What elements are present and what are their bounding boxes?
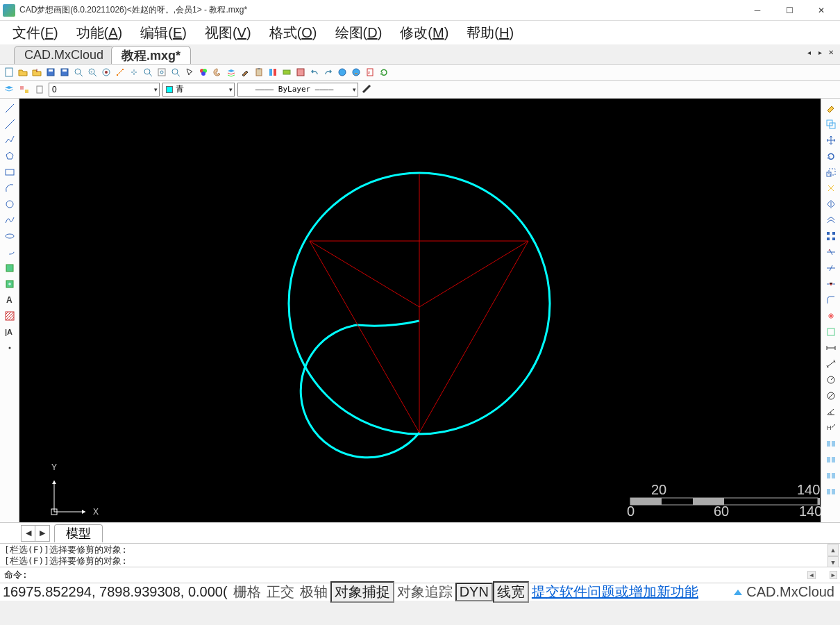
saveas-icon[interactable] (58, 66, 71, 78)
arc-icon[interactable] (2, 181, 17, 195)
tab-nav-left-icon[interactable]: ◂ (804, 47, 814, 57)
make-block-icon[interactable] (2, 277, 17, 291)
measure-icon[interactable] (114, 66, 126, 78)
menu-format[interactable]: 格式(O) (262, 22, 324, 44)
status-polar[interactable]: 极轴 (297, 583, 330, 601)
menu-view[interactable]: 视图(V) (198, 22, 258, 44)
menu-function[interactable]: 功能(A) (69, 22, 130, 44)
mirror-icon[interactable] (823, 197, 839, 211)
select-icon[interactable] (183, 66, 196, 78)
web-icon[interactable] (336, 66, 348, 78)
properties-icon[interactable] (267, 66, 279, 78)
status-lineweight[interactable]: 线宽 (493, 581, 529, 603)
feedback-link[interactable]: 提交软件问题或增加新功能 (529, 583, 701, 601)
menu-draw[interactable]: 绘图(D) (328, 22, 389, 44)
brush-icon[interactable] (239, 66, 251, 78)
block-icon[interactable] (294, 66, 307, 78)
status-osnap[interactable]: 对象捕捉 (330, 581, 394, 603)
zoom-extents-icon[interactable] (100, 66, 112, 78)
ellipse-arc-icon[interactable] (2, 245, 17, 259)
dim-aligned-icon[interactable] (823, 357, 839, 371)
copy-icon[interactable] (823, 117, 839, 131)
tab-nav-right-icon[interactable]: ▸ (815, 47, 825, 57)
layers-icon[interactable] (225, 66, 237, 78)
group4-icon[interactable] (823, 485, 839, 499)
paste-icon[interactable] (253, 66, 265, 78)
layer-dropdown[interactable]: 0 (49, 83, 160, 97)
linetype-dropdown[interactable]: ———— ByLayer ———— (237, 83, 358, 97)
tab-close-icon[interactable]: ✕ (826, 47, 836, 57)
group3-icon[interactable] (823, 469, 839, 483)
drawing-canvas[interactable]: X Y 20 140 0 60 140 (19, 99, 821, 522)
cmd-scroll-down-icon[interactable]: ▼ (828, 556, 839, 567)
status-ortho[interactable]: 正交 (264, 583, 297, 601)
refresh-icon[interactable] (378, 66, 390, 78)
group2-icon[interactable] (823, 453, 839, 467)
color-dropdown[interactable]: 青 (162, 83, 235, 97)
mtext-icon[interactable]: |A (2, 325, 17, 339)
menu-modify[interactable]: 修改(M) (393, 22, 455, 44)
circle-icon[interactable] (2, 197, 17, 211)
polygon-icon[interactable] (2, 149, 17, 163)
pdf-icon[interactable]: P (364, 66, 376, 78)
zoom-window-icon[interactable] (72, 66, 85, 78)
import-icon[interactable] (31, 66, 43, 78)
stretch-icon[interactable] (823, 181, 839, 195)
cmd-scroll-up-icon[interactable]: ▲ (828, 544, 839, 556)
hatch-icon[interactable] (2, 309, 17, 323)
undo-icon[interactable] (308, 66, 321, 78)
color-icon[interactable] (197, 66, 210, 78)
zoom-prev-icon[interactable] (169, 66, 182, 78)
layer-states-icon[interactable] (18, 83, 31, 96)
minimize-button[interactable]: ─ (741, 0, 773, 21)
erase-icon[interactable] (823, 101, 839, 115)
extend-icon[interactable] (823, 261, 839, 275)
xline-icon[interactable] (2, 117, 17, 131)
doc-tab-active[interactable]: 教程.mxg* (111, 46, 191, 64)
dim-radius-icon[interactable] (823, 373, 839, 387)
menu-file[interactable]: 文件(F) (6, 22, 65, 44)
ellipse-icon[interactable] (2, 229, 17, 243)
cmd-hscroll-left-icon[interactable]: ◀ (807, 571, 815, 579)
zoom-in-icon[interactable]: + (86, 66, 99, 78)
group1-icon[interactable] (823, 437, 839, 451)
save-icon[interactable] (44, 66, 57, 78)
status-dyn[interactable]: DYN (455, 583, 493, 601)
command-input[interactable] (28, 570, 836, 581)
trim-icon[interactable] (823, 245, 839, 259)
cloud-icon[interactable] (350, 66, 362, 78)
dim-angular-icon[interactable] (823, 405, 839, 419)
palette-icon[interactable] (211, 66, 224, 78)
text-icon[interactable]: A (2, 293, 17, 307)
array-icon[interactable] (823, 229, 839, 243)
menu-edit[interactable]: 编辑(E) (133, 22, 194, 44)
tab-nav-next-icon[interactable]: ▶ (35, 526, 49, 541)
offset-icon[interactable] (823, 213, 839, 227)
point-icon[interactable] (2, 341, 17, 355)
status-grid[interactable]: 栅格 (230, 583, 264, 601)
open-icon[interactable] (17, 66, 29, 78)
tab-nav-prev-icon[interactable]: ◀ (22, 526, 35, 541)
dim-diameter-icon[interactable] (823, 389, 839, 403)
new-icon[interactable] (3, 66, 15, 78)
close-button[interactable]: ✕ (805, 0, 837, 21)
layer-dropdown-btn[interactable] (33, 83, 46, 96)
status-otrack[interactable]: 对象追踪 (394, 583, 455, 601)
scale-icon[interactable] (823, 165, 839, 179)
chamfer-icon[interactable] (823, 325, 839, 339)
polyline-icon[interactable] (2, 133, 17, 147)
cmd-hscroll-right-icon[interactable]: ▶ (830, 571, 837, 579)
rotate-icon[interactable] (823, 149, 839, 163)
maximize-button[interactable]: ☐ (773, 0, 805, 21)
model-tab[interactable]: 模型 (54, 524, 103, 542)
matchprop-icon[interactable] (280, 66, 293, 78)
line-icon[interactable] (2, 101, 17, 115)
spline-icon[interactable] (2, 213, 17, 227)
redo-icon[interactable] (322, 66, 335, 78)
doc-tab[interactable]: CAD.MxCloud (14, 46, 114, 64)
lineweight-icon[interactable] (361, 83, 373, 96)
insert-block-icon[interactable] (2, 261, 17, 275)
break-icon[interactable] (823, 277, 839, 291)
move-icon[interactable] (823, 133, 839, 147)
pan-icon[interactable] (128, 66, 140, 78)
